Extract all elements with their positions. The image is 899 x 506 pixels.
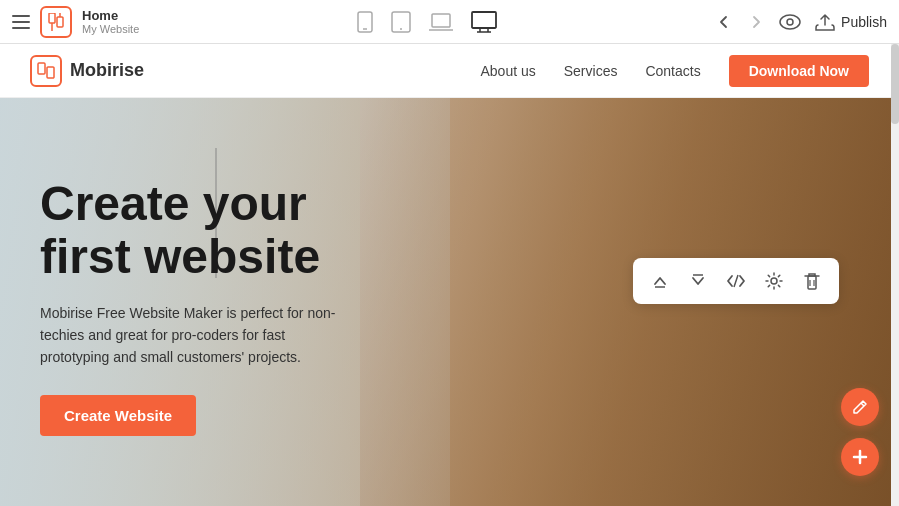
edit-fab-button[interactable] xyxy=(841,388,879,426)
site-nav: About us Services Contacts Download Now xyxy=(480,55,869,87)
scrollbar[interactable] xyxy=(891,44,899,506)
scrollbar-thumb[interactable] xyxy=(891,44,899,124)
forward-icon[interactable] xyxy=(747,13,765,31)
svg-rect-25 xyxy=(808,276,816,289)
svg-rect-2 xyxy=(12,27,30,29)
svg-rect-4 xyxy=(57,17,63,27)
svg-point-17 xyxy=(780,15,800,29)
hero-title-line2: first website xyxy=(40,230,320,283)
desktop-device-icon[interactable] xyxy=(471,11,497,33)
app-icon xyxy=(40,6,72,38)
svg-rect-0 xyxy=(12,15,30,17)
device-switcher xyxy=(149,11,705,33)
svg-rect-13 xyxy=(472,12,496,28)
svg-rect-11 xyxy=(432,14,450,27)
svg-line-23 xyxy=(734,275,738,287)
publish-label: Publish xyxy=(841,14,887,30)
svg-rect-19 xyxy=(38,63,45,74)
create-website-button[interactable]: Create Website xyxy=(40,395,196,436)
publish-button[interactable]: Publish xyxy=(815,13,887,31)
laptop-device-icon[interactable] xyxy=(429,13,453,31)
hero-title-line1: Create your xyxy=(40,177,307,230)
tablet-device-icon[interactable] xyxy=(391,11,411,33)
page-title-block: Home My Website xyxy=(82,8,139,35)
hero-section: Create your first website Mobirise Free … xyxy=(0,98,899,506)
nav-link-contacts[interactable]: Contacts xyxy=(645,63,700,79)
move-up-button[interactable] xyxy=(643,264,677,298)
top-toolbar: Home My Website xyxy=(0,0,899,44)
hero-content: Create your first website Mobirise Free … xyxy=(40,178,340,436)
page-subtitle: My Website xyxy=(82,23,139,35)
svg-rect-1 xyxy=(12,21,30,23)
back-icon[interactable] xyxy=(715,13,733,31)
svg-rect-3 xyxy=(49,13,55,23)
svg-line-28 xyxy=(861,403,864,406)
settings-button[interactable] xyxy=(757,264,791,298)
preview-icon[interactable] xyxy=(779,14,801,30)
logo-icon xyxy=(30,55,62,87)
logo-text: Mobirise xyxy=(70,60,144,81)
hamburger-icon[interactable] xyxy=(12,15,30,29)
hero-description: Mobirise Free Website Maker is perfect f… xyxy=(40,302,340,369)
download-button[interactable]: Download Now xyxy=(729,55,869,87)
mobile-device-icon[interactable] xyxy=(357,11,373,33)
hero-title: Create your first website xyxy=(40,178,340,284)
site-logo: Mobirise xyxy=(30,55,144,87)
nav-link-about[interactable]: About us xyxy=(480,63,535,79)
nav-link-services[interactable]: Services xyxy=(564,63,618,79)
svg-rect-20 xyxy=(47,67,54,78)
svg-point-24 xyxy=(771,278,777,284)
block-float-toolbar xyxy=(633,258,839,304)
site-navbar: Mobirise About us Services Contacts Down… xyxy=(0,44,899,98)
svg-point-18 xyxy=(787,19,793,25)
delete-button[interactable] xyxy=(795,264,829,298)
toolbar-right: Publish xyxy=(715,13,887,31)
move-down-button[interactable] xyxy=(681,264,715,298)
add-fab-button[interactable] xyxy=(841,438,879,476)
code-button[interactable] xyxy=(719,264,753,298)
toolbar-left: Home My Website xyxy=(12,6,139,38)
page-title: Home xyxy=(82,8,139,23)
